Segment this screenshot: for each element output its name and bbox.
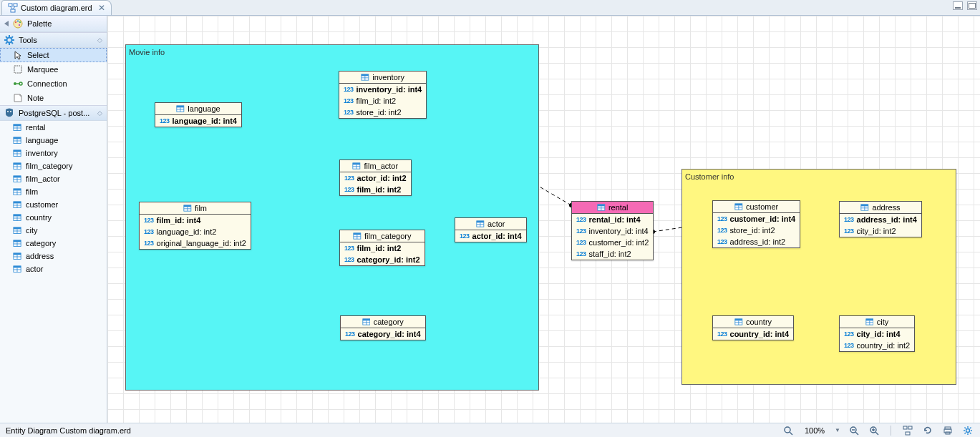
sidebar: Palette Tools ◇ SelectMarqueeConnectionN… bbox=[0, 16, 107, 423]
svg-rect-132 bbox=[903, 426, 907, 429]
column-name: rental_id: int4 bbox=[589, 215, 641, 224]
svg-rect-19 bbox=[14, 66, 21, 73]
tool-label: Marquee bbox=[27, 65, 58, 74]
collapse-icon[interactable] bbox=[4, 21, 9, 26]
entity-header: inventory bbox=[339, 72, 426, 84]
entity-customer[interactable]: customer123customer_id: int4123store_id:… bbox=[712, 200, 800, 248]
entity-inventory[interactable]: inventory123inventory_id: int4123film_id… bbox=[339, 71, 427, 119]
svg-rect-88 bbox=[353, 163, 360, 165]
table-item-address[interactable]: address bbox=[0, 250, 107, 262]
table-icon bbox=[734, 203, 743, 210]
table-label: city bbox=[26, 226, 38, 235]
type-icon: 123 bbox=[717, 215, 727, 222]
tab-custom-diagram[interactable]: Custom diagram.erd ✕ bbox=[1, 0, 112, 15]
svg-line-131 bbox=[875, 432, 878, 435]
table-icon bbox=[476, 220, 485, 227]
table-icon bbox=[13, 188, 21, 195]
tool-label: Select bbox=[27, 51, 49, 59]
diagram-icon[interactable] bbox=[901, 424, 914, 437]
entity-category[interactable]: category123category_id: int4 bbox=[340, 315, 426, 340]
section-tools[interactable]: Tools ◇ bbox=[0, 32, 107, 48]
table-item-inventory[interactable]: inventory bbox=[0, 147, 107, 159]
table-label: film_actor bbox=[26, 175, 60, 183]
table-icon bbox=[13, 214, 21, 221]
zoom-in-icon[interactable] bbox=[868, 424, 880, 437]
type-icon: 123 bbox=[160, 117, 170, 124]
type-icon: 123 bbox=[144, 228, 154, 235]
column-name: staff_id: int2 bbox=[589, 250, 631, 258]
entity-header: language bbox=[155, 103, 241, 115]
refresh-icon[interactable] bbox=[921, 424, 934, 437]
column-name: customer_id: int4 bbox=[730, 215, 796, 223]
column-name: language_id: int4 bbox=[173, 117, 237, 125]
table-item-category[interactable]: category bbox=[0, 237, 107, 250]
type-icon: 123 bbox=[344, 86, 354, 93]
svg-line-17 bbox=[11, 36, 13, 38]
entity-column: 123inventory_id: int4 bbox=[572, 225, 653, 237]
svg-rect-50 bbox=[14, 202, 21, 204]
entity-film-actor[interactable]: film_actor123actor_id: int2123film_id: i… bbox=[339, 159, 412, 196]
table-item-film_actor[interactable]: film_actor bbox=[0, 172, 107, 185]
svg-point-22 bbox=[19, 82, 22, 85]
column-name: inventory_id: int4 bbox=[589, 227, 649, 235]
tool-marquee[interactable]: Marquee bbox=[0, 62, 107, 77]
column-name: country_id: int2 bbox=[857, 341, 911, 350]
table-icon bbox=[13, 149, 21, 157]
table-item-customer[interactable]: customer bbox=[0, 198, 107, 211]
entity-header: country bbox=[713, 316, 793, 328]
entity-film-category[interactable]: film_category123film_id: int2123category… bbox=[339, 230, 425, 266]
print-icon[interactable] bbox=[941, 424, 954, 437]
svg-rect-100 bbox=[363, 319, 370, 320]
svg-rect-70 bbox=[14, 266, 21, 268]
maximize-button[interactable] bbox=[967, 1, 977, 10]
tab-close-icon[interactable]: ✕ bbox=[98, 3, 105, 13]
svg-rect-54 bbox=[14, 215, 21, 217]
table-item-film_category[interactable]: film_category bbox=[0, 159, 107, 172]
tool-note[interactable]: Note bbox=[0, 91, 107, 105]
zoom-dropdown[interactable]: ▼ bbox=[835, 427, 840, 433]
entity-address[interactable]: address123address_id: int4123city_id: in… bbox=[839, 201, 922, 237]
entity-column: 123store_id: int2 bbox=[713, 225, 800, 236]
entity-column: 123category_id: int2 bbox=[340, 254, 424, 265]
svg-line-3 bbox=[10, 6, 13, 9]
table-icon bbox=[13, 175, 21, 182]
entity-header: film bbox=[140, 202, 251, 215]
entity-country[interactable]: country123country_id: int4 bbox=[712, 315, 794, 340]
settings-icon[interactable] bbox=[961, 424, 974, 437]
table-item-film[interactable]: film bbox=[0, 185, 107, 198]
minimize-button[interactable] bbox=[953, 1, 963, 10]
connection-icon bbox=[13, 79, 23, 89]
table-item-country[interactable]: country bbox=[0, 211, 107, 224]
table-icon bbox=[13, 240, 21, 247]
entity-actor[interactable]: actor123actor_id: int4 bbox=[455, 217, 527, 242]
entity-language[interactable]: language123language_id: int4 bbox=[155, 102, 242, 127]
entity-column: 123language_id: int4 bbox=[155, 115, 241, 127]
marquee-icon bbox=[13, 64, 23, 74]
svg-rect-1 bbox=[14, 4, 17, 6]
entity-column: 123rental_id: int4 bbox=[572, 214, 653, 225]
tool-connection[interactable]: Connection bbox=[0, 77, 107, 91]
table-item-rental[interactable]: rental bbox=[0, 121, 107, 134]
section-postgres[interactable]: PostgreSQL - post... ◇ bbox=[0, 105, 107, 121]
entity-film[interactable]: film123film_id: int4123language_id: int2… bbox=[139, 202, 251, 250]
type-icon: 123 bbox=[844, 216, 854, 223]
table-item-city[interactable]: city bbox=[0, 224, 107, 237]
svg-line-127 bbox=[855, 432, 858, 435]
diagram-canvas[interactable]: Movie info Customer info language123lang… bbox=[107, 16, 980, 423]
entity-city[interactable]: city123city_id: int4123country_id: int2 bbox=[839, 315, 915, 352]
tools-label: Tools bbox=[19, 36, 37, 44]
zoom-fit-icon[interactable] bbox=[782, 424, 795, 437]
entity-column: 123category_id: int4 bbox=[341, 328, 425, 340]
table-item-actor[interactable]: actor bbox=[0, 262, 107, 275]
svg-point-138 bbox=[966, 428, 970, 432]
type-icon: 123 bbox=[844, 342, 854, 349]
erd-icon bbox=[8, 3, 18, 13]
table-item-language[interactable]: language bbox=[0, 134, 107, 147]
table-label: customer bbox=[26, 200, 58, 209]
tool-select[interactable]: Select bbox=[0, 48, 107, 62]
table-icon bbox=[860, 204, 869, 211]
zoom-out-icon[interactable] bbox=[848, 424, 860, 437]
entity-rental[interactable]: rental123rental_id: int4123inventory_id:… bbox=[571, 201, 654, 260]
table-label: film bbox=[26, 187, 38, 196]
svg-point-7 bbox=[17, 20, 19, 21]
